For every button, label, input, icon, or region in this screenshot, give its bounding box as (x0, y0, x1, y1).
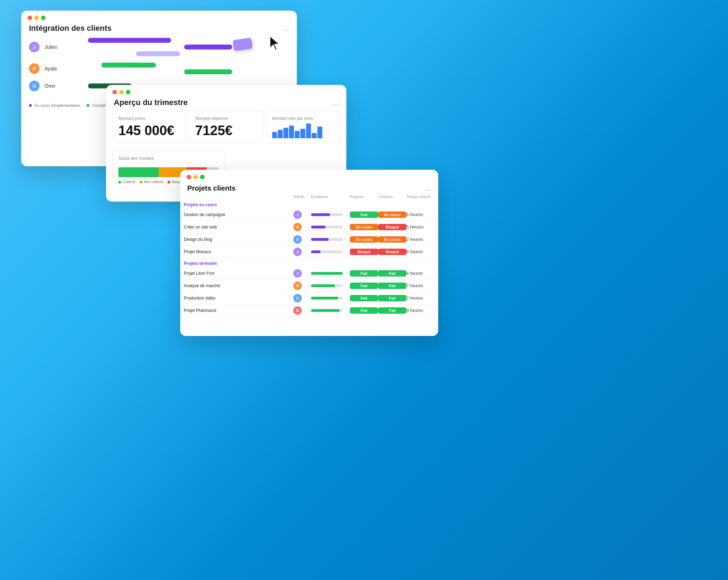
table-row: Gestion de campagneJFaitEn cours6 heures (180, 209, 438, 221)
traffic-lights (21, 11, 297, 20)
chart-bar (289, 126, 294, 138)
legend-dot (29, 104, 32, 107)
legend-dot (87, 104, 89, 107)
proj-avatar: J (293, 269, 302, 278)
status-segment (118, 167, 159, 177)
rows-termines: Projet Léon FrotJFaitFait4 heuresAnalyse… (180, 267, 438, 317)
progress-bar-wrap (311, 226, 343, 228)
gantt-avatar: O (29, 81, 40, 91)
projets-card: Projets clients ... Admin Échéance Analy… (180, 170, 438, 336)
progress-fill (311, 297, 338, 300)
creation-badge: Fait (378, 295, 406, 301)
dot-yellow-3 (193, 175, 198, 179)
table-row: Projet PharmacolMFaitFait9 heures (180, 304, 438, 317)
apercu-menu[interactable]: ... (333, 99, 339, 107)
gantt-bar (136, 51, 180, 56)
col-creation: Création (378, 195, 406, 199)
creation-badge: En cours (378, 236, 406, 243)
bar-chart (272, 123, 334, 138)
projets-menu[interactable]: ... (425, 184, 431, 192)
col-echeance: Échéance (311, 195, 350, 199)
proj-avatar: J (293, 210, 302, 219)
temps-value: 4 heures (406, 271, 435, 276)
status-legend-dot (168, 181, 170, 184)
gantt-card-header: Intégration des clients ... (21, 20, 297, 35)
progress-fill (311, 238, 329, 241)
gantt-bar (88, 38, 171, 43)
analyse-badge: En cours (350, 236, 378, 243)
table-row: Design du blogOEn coursEn cours2 heures (180, 233, 438, 246)
creation-badge: Bloqué (378, 249, 406, 255)
projets-title: Projets clients (187, 184, 236, 192)
gantt-title: Intégration des clients (29, 24, 112, 33)
status-legend-label: Non collecté (144, 180, 163, 184)
proj-name: Projet Pharmacol (184, 308, 293, 313)
col-temps: Temps estimé (406, 195, 435, 199)
col-headers: Admin Échéance Analyse Création Temps es… (180, 194, 438, 199)
proj-name: Projet Léon Frot (184, 271, 293, 276)
chart-bar (283, 128, 288, 138)
chart-bar (306, 123, 311, 138)
montant-prevu-cell: Montant prévu 145 000€ (112, 111, 186, 144)
proj-name: Design du blog (184, 237, 293, 242)
proj-avatar: O (293, 294, 302, 302)
proj-name: Production vidéo (184, 296, 293, 301)
temps-value: 2 heures (406, 296, 435, 301)
col-name (184, 195, 293, 199)
montant-prevu-value: 145 000€ (118, 123, 180, 138)
dot-green (41, 16, 46, 20)
rows-en-cours: Gestion de campagneJFaitEn cours6 heures… (180, 209, 438, 258)
gantt-person-name: Julien (45, 44, 66, 50)
creation-badge: Bloqué (378, 224, 406, 230)
proj-name: Analyse de marché (184, 283, 293, 288)
status-legend-item: Non collecté (140, 180, 163, 184)
projets-header: Projets clients ... (180, 179, 438, 194)
progress-bar-wrap (311, 297, 343, 300)
section-termines: Projets terminés (180, 258, 438, 267)
progress-bar-wrap (311, 272, 343, 275)
table-row: Analyse de marchéAFaitFait7 heures (180, 280, 438, 292)
legend-item: En cours d'implémentation (29, 103, 80, 108)
progress-bar-wrap (311, 238, 343, 241)
table-row: Créer un site webAEn coursBloqué5 Heures (180, 221, 438, 233)
dot-green-3 (200, 175, 205, 179)
dot-red (28, 16, 32, 20)
analyse-badge: Fait (350, 270, 378, 277)
gantt-row: AAyala (29, 63, 289, 74)
progress-bar-wrap (311, 309, 343, 312)
proj-name: Gestion de campagne (184, 212, 293, 217)
proj-avatar: O (293, 235, 302, 244)
montant-reel-cell: Montant réel par mois (266, 111, 340, 144)
gantt-bar (184, 45, 232, 50)
section-en-cours: Projets en cours (180, 199, 438, 209)
gantt-avatar: J (29, 42, 40, 52)
progress-fill (311, 284, 335, 287)
proj-name: Projet Monaco (184, 249, 293, 254)
creation-badge: En cours (378, 211, 406, 218)
chart-bar (300, 129, 305, 138)
traffic-lights-3 (180, 170, 438, 179)
table-row: Production vidéoOFaitFait2 heures (180, 292, 438, 304)
progress-bar-wrap (311, 284, 343, 287)
analyse-badge: Bloqué (350, 249, 378, 255)
gantt-bars-group (71, 38, 289, 56)
chart-bar (317, 127, 322, 138)
temps-value: 7 heures (406, 283, 435, 288)
analyse-badge: Fait (350, 211, 378, 218)
analyse-badge: Fait (350, 283, 378, 289)
dot-red-3 (187, 175, 191, 179)
creation-badge: Fait (378, 270, 406, 277)
progress-fill (311, 226, 325, 228)
creation-badge: Fait (378, 307, 406, 314)
gantt-avatar: A (29, 63, 40, 74)
chart-bar (295, 131, 300, 138)
proj-avatar: A (293, 282, 302, 290)
chart-bar (278, 130, 283, 138)
table-row: Projet MonacoJBloquéBloqué8 heures (180, 246, 438, 258)
analyse-badge: Fait (350, 307, 378, 314)
proj-avatar: A (293, 223, 302, 231)
gantt-menu[interactable]: ... (283, 24, 289, 33)
gantt-person-name: Omri (45, 83, 66, 89)
progress-fill (311, 250, 321, 253)
temps-value: 2 heures (406, 237, 435, 242)
